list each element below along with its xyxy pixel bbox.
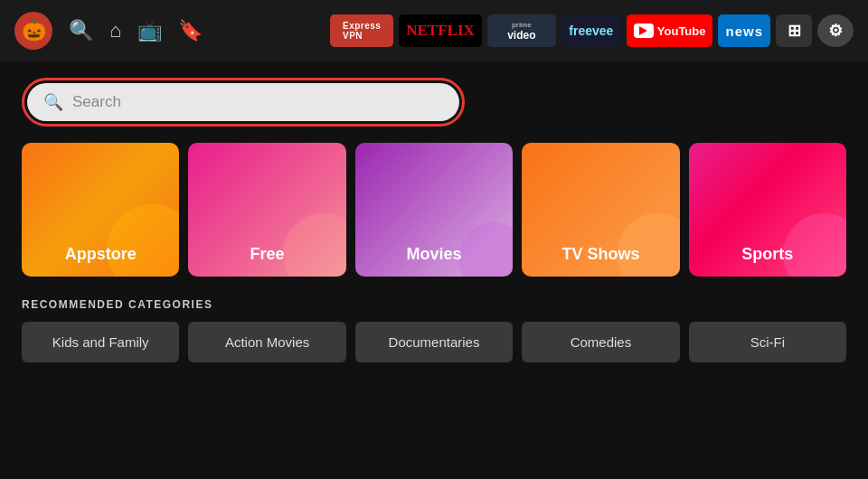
settings-badge[interactable]: ⚙ xyxy=(817,14,854,47)
freevee-badge[interactable]: freevee xyxy=(561,14,621,47)
recommended-title: RECOMMENDED CATEGORIES xyxy=(22,298,846,311)
expressvpn-badge[interactable]: ExpressVPN xyxy=(330,14,393,47)
tile-movies[interactable]: Movies xyxy=(355,143,513,277)
prime-badge[interactable]: prime video xyxy=(487,14,556,47)
chip-scifi[interactable]: Sci-Fi xyxy=(689,322,846,362)
search-section: 🔍 Search xyxy=(0,61,868,143)
avatar[interactable]: 🎃 xyxy=(14,12,52,50)
search-box[interactable]: 🔍 Search xyxy=(27,83,459,121)
chip-action[interactable]: Action Movies xyxy=(188,322,345,362)
search-placeholder: Search xyxy=(72,93,121,111)
netflix-badge[interactable]: NETFLIX xyxy=(399,14,482,47)
tv-icon[interactable]: 📺 xyxy=(137,19,162,42)
tile-free-label: Free xyxy=(250,245,285,264)
chip-kids[interactable]: Kids and Family xyxy=(22,322,179,362)
news-badge[interactable]: news xyxy=(718,14,770,47)
search-magnifier-icon: 🔍 xyxy=(43,92,63,112)
search-box-wrapper[interactable]: 🔍 Search xyxy=(22,78,465,127)
tile-free[interactable]: Free xyxy=(188,143,345,277)
tile-tvshows-label: TV Shows xyxy=(561,245,639,264)
tile-appstore[interactable]: Appstore xyxy=(22,143,179,277)
tiles-grid: Appstore Free Movies TV Shows Sports xyxy=(22,143,846,277)
tile-appstore-label: Appstore xyxy=(65,245,137,264)
tile-movies-label: Movies xyxy=(407,245,462,264)
recommended-section: RECOMMENDED CATEGORIES Kids and Family A… xyxy=(0,298,868,362)
tile-sports-label: Sports xyxy=(741,245,793,264)
grid-badge[interactable]: ⊞ xyxy=(776,14,812,47)
home-icon[interactable]: ⌂ xyxy=(109,19,121,42)
youtube-badge[interactable]: YouTube xyxy=(627,14,713,47)
nav-right: ExpressVPN NETFLIX prime video freevee Y… xyxy=(330,14,854,47)
top-nav: 🎃 🔍 ⌂ 📺 🔖 ExpressVPN NETFLIX prime video… xyxy=(0,0,868,61)
bookmark-icon[interactable]: 🔖 xyxy=(178,19,203,42)
search-icon[interactable]: 🔍 xyxy=(69,19,93,42)
tiles-section: Appstore Free Movies TV Shows Sports xyxy=(0,143,868,277)
nav-left: 🎃 🔍 ⌂ 📺 🔖 xyxy=(14,12,203,50)
tile-tvshows[interactable]: TV Shows xyxy=(522,143,679,277)
chip-docs[interactable]: Documentaries xyxy=(355,322,513,362)
chip-comedies[interactable]: Comedies xyxy=(522,322,679,362)
recommended-chips: Kids and Family Action Movies Documentar… xyxy=(22,322,846,362)
tile-sports[interactable]: Sports xyxy=(689,143,846,277)
youtube-play-icon xyxy=(639,26,647,35)
